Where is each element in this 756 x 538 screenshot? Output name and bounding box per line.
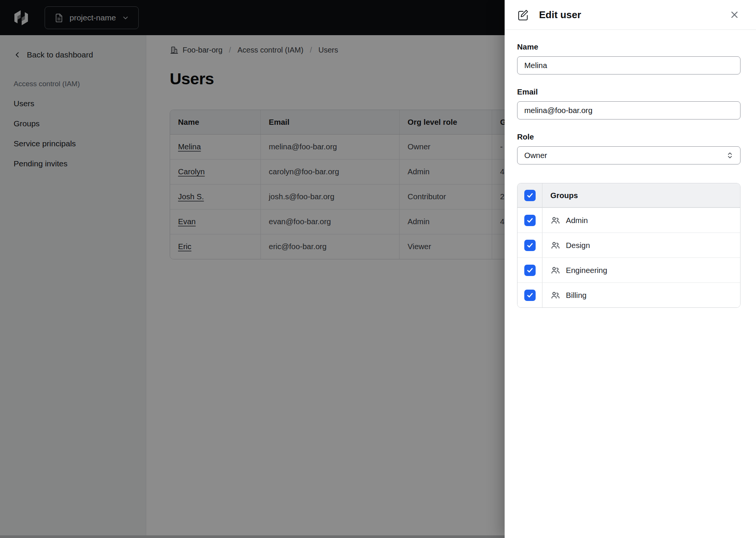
users-group-icon bbox=[550, 216, 560, 225]
select-stepper-icon bbox=[726, 151, 734, 160]
group-label: Billing bbox=[566, 291, 587, 300]
group-checkbox[interactable] bbox=[524, 265, 536, 276]
check-icon bbox=[526, 192, 534, 199]
role-field-group: Role Owner bbox=[517, 132, 741, 164]
group-label: Design bbox=[566, 241, 590, 250]
group-row-billing: Billing bbox=[517, 282, 740, 307]
name-field-label: Name bbox=[517, 42, 741, 51]
name-field[interactable] bbox=[517, 56, 741, 74]
role-field-label: Role bbox=[517, 132, 741, 141]
group-label: Admin bbox=[566, 216, 588, 225]
check-icon bbox=[526, 291, 534, 299]
role-select[interactable]: Owner bbox=[517, 146, 741, 164]
users-group-icon bbox=[550, 290, 560, 300]
groups-select-all-checkbox[interactable] bbox=[524, 190, 536, 201]
group-label: Engineering bbox=[566, 266, 607, 275]
role-select-value: Owner bbox=[524, 151, 547, 160]
users-group-icon bbox=[550, 240, 560, 250]
email-field-group: Email bbox=[517, 87, 741, 119]
check-icon bbox=[526, 217, 534, 224]
email-field-label: Email bbox=[517, 87, 741, 96]
group-checkbox[interactable] bbox=[524, 215, 536, 226]
drawer-body: Name Email Role Owner bbox=[505, 30, 756, 308]
check-icon bbox=[526, 267, 534, 274]
edit-user-drawer: Edit user Name Email Role Owner bbox=[505, 0, 756, 538]
group-row-admin: Admin bbox=[517, 208, 740, 233]
name-field-group: Name bbox=[517, 42, 741, 74]
groups-header-row: Groups bbox=[517, 183, 740, 208]
drawer-header: Edit user bbox=[505, 0, 756, 30]
email-field[interactable] bbox=[517, 101, 741, 119]
group-checkbox[interactable] bbox=[524, 240, 536, 251]
users-group-icon bbox=[550, 265, 560, 275]
drawer-title: Edit user bbox=[539, 9, 728, 21]
edit-pencil-icon bbox=[517, 9, 529, 21]
app-window: project-name Back to dashboard Access co… bbox=[0, 0, 756, 538]
groups-selection-table: Groups Admin bbox=[517, 183, 741, 308]
group-row-design: Design bbox=[517, 233, 740, 257]
groups-header-label: Groups bbox=[550, 191, 578, 200]
check-icon bbox=[526, 242, 534, 249]
group-checkbox[interactable] bbox=[524, 290, 536, 301]
group-row-engineering: Engineering bbox=[517, 257, 740, 282]
close-icon[interactable] bbox=[728, 8, 741, 21]
